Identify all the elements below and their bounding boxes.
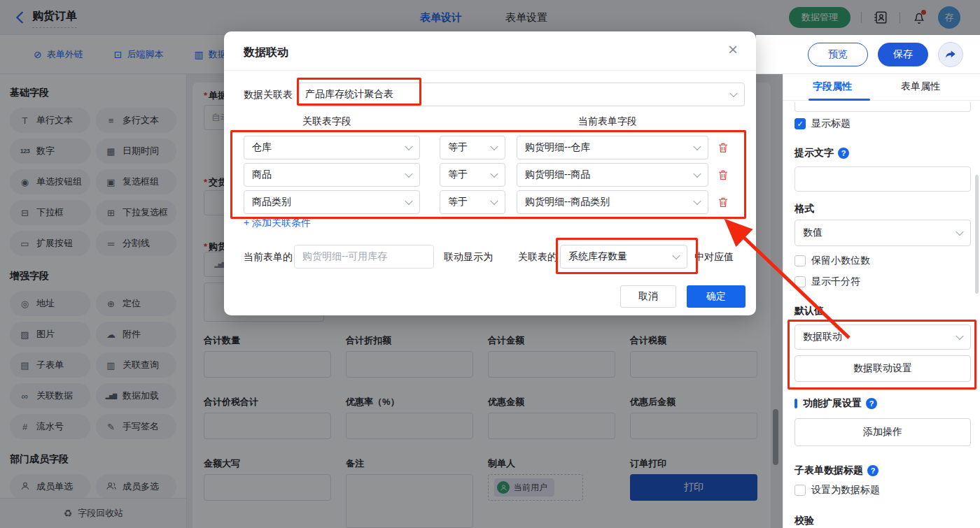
checkbox-icon — [794, 255, 806, 266]
save-button[interactable]: 保存 — [878, 43, 928, 66]
add-action-button[interactable]: 添加操作 — [794, 418, 971, 446]
suffix-label: 中对应值 — [694, 251, 734, 264]
modal-dim-overlay — [0, 0, 980, 35]
chevron-down-icon — [693, 143, 701, 150]
properties-panel: 字段属性 表单属性 ✓ 显示标题 提示文字 ? 格式 数值 保留小数位数 显示千… — [783, 74, 980, 528]
chevron-down-icon — [672, 252, 680, 259]
subform-data-title-label: 子表单数据标题 ? — [794, 464, 878, 477]
toolbar-actions: 预览 保存 — [808, 35, 963, 74]
column-header-current-field: 当前表单字段 — [578, 115, 637, 128]
delete-condition-button[interactable] — [717, 169, 729, 184]
delete-condition-button[interactable] — [717, 196, 729, 211]
checkbox-checked-icon: ✓ — [794, 118, 806, 129]
default-value-select[interactable]: 数据联动 — [794, 324, 971, 350]
close-icon[interactable]: × — [728, 41, 738, 58]
chevron-down-icon — [490, 143, 498, 150]
default-value-label: 默认值 — [794, 305, 824, 317]
confirm-button[interactable]: 确定 — [687, 285, 746, 308]
help-icon[interactable]: ? — [867, 465, 878, 476]
form-designer-app: 购货订单 表单设计 表单设置 数据管理 存 ⊘ 表单外链 — [0, 0, 980, 528]
current-form-field-input[interactable]: 购货明细--可用库存 — [294, 245, 434, 269]
chevron-down-icon — [955, 228, 963, 236]
chevron-down-icon — [405, 143, 412, 150]
divider — [224, 70, 756, 71]
checkbox-icon — [794, 276, 806, 287]
set-data-title-checkbox[interactable]: 设置为数据标题 — [794, 484, 880, 497]
active-tab-underline — [808, 99, 870, 101]
hint-text-label: 提示文字 ? — [794, 147, 849, 159]
add-condition-link[interactable]: + 添加关联条件 — [244, 217, 311, 229]
chevron-down-icon — [405, 197, 412, 205]
tab-form-properties[interactable]: 表单属性 — [901, 80, 940, 93]
checkbox-icon — [794, 485, 806, 496]
current-form-label: 当前表单的 — [244, 251, 293, 264]
chevron-down-icon — [405, 170, 412, 178]
title-input-partial[interactable] — [794, 102, 971, 112]
preview-button[interactable]: 预览 — [808, 43, 868, 66]
tab-field-properties[interactable]: 字段属性 — [813, 80, 852, 93]
chevron-down-icon — [729, 90, 737, 97]
show-title-checkbox[interactable]: ✓ 显示标题 — [794, 117, 850, 130]
format-select[interactable]: 数值 — [794, 220, 971, 246]
help-icon[interactable]: ? — [866, 398, 877, 409]
function-extension-label: 功能扩展设置 ? — [794, 397, 877, 410]
properties-tabs: 字段属性 表单属性 — [783, 74, 980, 101]
condition-right-select[interactable]: 购货明细--商品 — [517, 163, 708, 187]
condition-right-select[interactable]: 购货明细--仓库 — [517, 136, 708, 159]
data-linkage-setting-button[interactable]: 数据联动设置 — [794, 355, 971, 382]
condition-right-select[interactable]: 购货明细--商品类别 — [517, 190, 708, 214]
condition-left-select[interactable]: 商品类别 — [244, 190, 420, 214]
modal-title: 数据联动 — [244, 45, 288, 60]
column-header-relation-field: 关联表字段 — [302, 115, 351, 128]
cancel-button[interactable]: 取消 — [620, 285, 676, 308]
format-label: 格式 — [794, 203, 814, 215]
share-button[interactable] — [938, 42, 963, 67]
keep-decimal-checkbox[interactable]: 保留小数位数 — [794, 255, 870, 267]
condition-operator-select[interactable]: 等于 — [440, 136, 505, 159]
chevron-down-icon — [693, 170, 701, 178]
validation-label: 校验 — [794, 515, 814, 527]
condition-operator-select[interactable]: 等于 — [440, 190, 505, 214]
condition-operator-select[interactable]: 等于 — [440, 163, 505, 187]
data-linkage-modal: 数据联动 × 数据关联表 产品库存统计聚合表 关联表字段 当前表单字段 仓库 等… — [224, 31, 756, 315]
chevron-down-icon — [693, 197, 701, 205]
chevron-down-icon — [490, 197, 498, 205]
relation-table-select[interactable]: 产品库存统计聚合表 — [297, 83, 745, 106]
relation-of-label: 关联表的 — [518, 251, 557, 264]
relation-field-select[interactable]: 系统库存数量 — [560, 245, 687, 269]
panel-scrollbar[interactable] — [975, 175, 979, 294]
hint-text-input[interactable] — [794, 166, 971, 192]
link-display-label: 联动显示为 — [444, 251, 493, 264]
condition-left-select[interactable]: 商品 — [244, 163, 420, 187]
thousand-separator-checkbox[interactable]: 显示千分符 — [794, 276, 860, 288]
share-arrow-icon — [944, 48, 957, 61]
delete-condition-button[interactable] — [717, 141, 729, 157]
relation-table-label: 数据关联表 — [244, 89, 293, 101]
help-icon[interactable]: ? — [838, 148, 849, 159]
chevron-down-icon — [955, 332, 963, 340]
chevron-down-icon — [490, 170, 498, 178]
condition-left-select[interactable]: 仓库 — [244, 136, 420, 159]
